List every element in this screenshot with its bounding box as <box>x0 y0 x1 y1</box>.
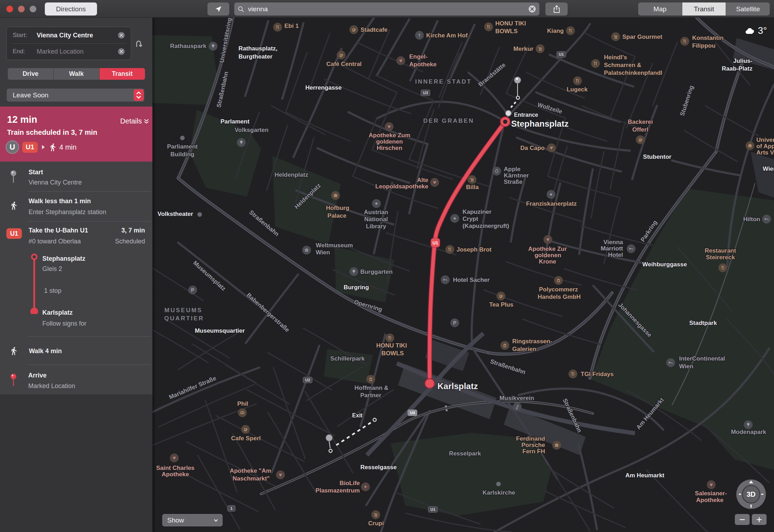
poi-cup-icon <box>350 25 358 34</box>
swap-endpoints-button[interactable] <box>133 39 144 49</box>
map-label: Hirschen <box>377 145 403 151</box>
mode-tab-walk[interactable]: Walk <box>54 68 99 80</box>
poi-fork-icon <box>573 77 582 85</box>
zoom-controls <box>735 514 767 525</box>
temperature-label: 3° <box>758 25 767 36</box>
clear-start-icon[interactable] <box>117 31 125 39</box>
poi-apple-icon <box>492 167 501 176</box>
map-label: Kapuziner <box>462 208 492 215</box>
start-field-input[interactable]: Vienna City Centre <box>37 32 93 39</box>
departure-time-select[interactable]: Leave Soon <box>7 89 144 102</box>
map-label: HONU TIKI <box>376 342 407 349</box>
show-filter-value: Show <box>167 516 184 524</box>
map-label: Resselgasse <box>360 464 397 471</box>
poi-bed-icon <box>627 244 636 253</box>
poi-museum-icon <box>746 141 755 150</box>
route-duration: 12 min <box>7 114 37 125</box>
map-label: Hotel <box>608 252 623 258</box>
map-label: Parlament <box>220 118 250 125</box>
poi-cart-icon <box>536 44 545 53</box>
map-label: University <box>756 137 774 143</box>
zoom-in-button[interactable] <box>752 514 767 525</box>
transit-line-badge: U1 <box>428 507 437 513</box>
map-label: Arts Vienna <box>756 149 774 156</box>
end-field-input[interactable]: Marked Location <box>37 48 84 55</box>
route-details-button[interactable]: Details <box>120 117 149 125</box>
transit-line-badge: U4 <box>408 410 417 416</box>
share-button[interactable] <box>545 2 568 16</box>
mode-tab-transit[interactable]: Transit <box>99 68 145 80</box>
map-label: Stadtpark <box>689 320 717 326</box>
minimize-window-button[interactable] <box>18 6 25 12</box>
compass-3d-control[interactable]: 3D <box>736 479 766 509</box>
map-type-tab-satellite[interactable]: Satellite <box>726 2 770 16</box>
svg-text:U1: U1 <box>430 507 435 512</box>
poi-flower-icon <box>385 122 394 131</box>
map-label: Exit <box>352 412 363 418</box>
departure-time-stepper[interactable] <box>134 89 144 101</box>
clear-end-icon[interactable] <box>117 48 125 55</box>
show-filter-dropdown[interactable]: Show <box>162 514 223 526</box>
poi-cup-icon <box>497 292 506 301</box>
map-label: Musikverein <box>500 395 534 401</box>
directions-button[interactable]: Directions <box>45 2 97 16</box>
map-label: Straßenbahn <box>489 358 526 376</box>
details-label: Details <box>120 117 142 125</box>
step-title: Start <box>29 169 43 176</box>
map-label: INNERE STADT <box>415 78 472 85</box>
map-label: QUARTIER <box>164 315 204 322</box>
map-label: Joseph Brot <box>456 246 492 253</box>
poi-fork-icon <box>566 26 575 35</box>
poi-cart-icon <box>371 510 380 519</box>
step-duration: 3, 7 min <box>121 227 145 234</box>
transit-line-badge: U1 <box>557 52 566 58</box>
close-window-button[interactable] <box>6 6 13 12</box>
search-field[interactable]: vienna <box>234 2 539 16</box>
map-label: Filippou <box>692 42 715 49</box>
mode-tab-drive[interactable]: Drive <box>8 68 54 80</box>
map-label: Polycommerz <box>539 286 578 293</box>
map-label: Am Heumarkt <box>625 472 665 479</box>
map-label: goldenen <box>376 138 403 145</box>
transit-line-badge: U3 <box>421 90 430 96</box>
route-summary-card[interactable]: 12 min Details Train scheduled in 3, 7 m… <box>0 107 152 162</box>
map-label: Engel- <box>409 53 428 60</box>
map-label: Apotheke <box>696 497 723 503</box>
rotate-left-tick <box>739 494 741 495</box>
map-label: Hofburg <box>326 205 349 211</box>
clear-search-icon[interactable] <box>528 5 536 13</box>
step-title: Arrive <box>28 372 47 379</box>
map-label: Austrian <box>364 209 388 216</box>
current-location-button[interactable] <box>207 2 229 16</box>
step-subtitle: Marked Location <box>28 382 75 390</box>
poi-star-icon <box>372 199 381 208</box>
poi-flower-icon <box>276 471 285 479</box>
stop-name: Stephansplatz <box>42 255 85 262</box>
step-title: Walk less than 1 min <box>29 198 91 205</box>
map-label: Modenapark <box>731 429 767 435</box>
poi-flower-icon <box>397 56 405 65</box>
map-type-tab-transit[interactable]: Transit <box>682 2 726 16</box>
cloud-icon <box>745 27 756 35</box>
map-label: Handels GmbH <box>538 294 581 300</box>
search-input-value[interactable]: vienna <box>248 5 268 13</box>
map-label: Kiang <box>547 28 564 34</box>
zoom-out-button[interactable] <box>735 514 750 525</box>
map-canvas[interactable]: PP U1U3U1U2U4U11 Ebi 1StadtcafeKirche Am… <box>152 18 774 532</box>
map-label: Lugeck <box>567 86 588 93</box>
map-label: Ferdinand <box>516 435 545 442</box>
poi-bed-icon <box>762 215 771 224</box>
walk-icon <box>9 346 18 356</box>
map-label: Naschmarkt" <box>232 475 270 482</box>
route-steps-list: StartVienna City Centre Walk less than 1… <box>0 162 152 394</box>
zoom-window-button[interactable] <box>30 6 36 12</box>
map-label: Tea Plus <box>489 301 514 308</box>
route-schedule-note: Train scheduled in 3, 7 min <box>7 128 97 137</box>
map-label: Offerl <box>632 126 648 133</box>
map-type-tab-map[interactable]: Map <box>638 2 682 16</box>
poi-dot-icon <box>180 136 185 140</box>
poi-fork-icon <box>591 59 600 68</box>
map-label: Krone <box>539 258 556 265</box>
transport-mode-segmented-control: DriveWalkTransit <box>8 68 145 80</box>
poi-tree-icon <box>744 421 753 429</box>
